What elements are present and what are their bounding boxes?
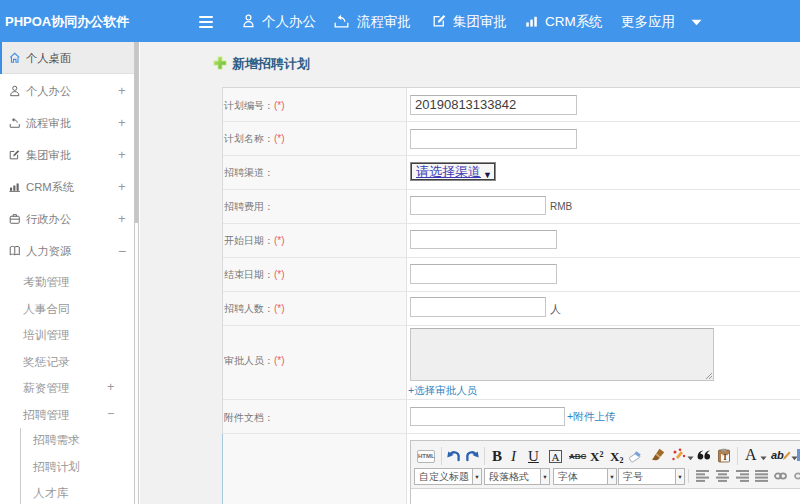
svg-text:T: T xyxy=(722,453,727,462)
